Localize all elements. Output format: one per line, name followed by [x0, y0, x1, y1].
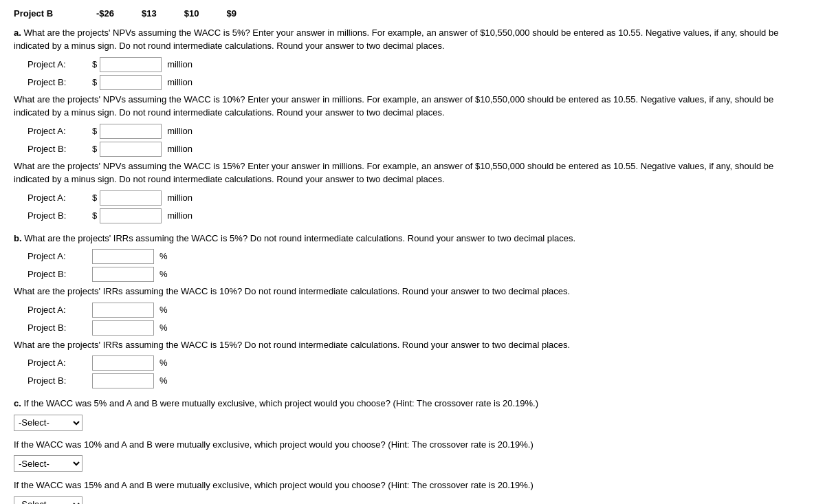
irr-wacc15-project-a-row: Project A: % [28, 355, 811, 371]
part-b-wacc5-question: b. What are the projects' IRRs assuming … [14, 232, 811, 245]
irr-wacc10-project-a-input[interactable] [92, 303, 154, 318]
npv-wacc15-project-a-row: Project A: $ million [28, 190, 811, 206]
npv-wacc10-project-a-label: Project A: [28, 124, 89, 138]
part-c-wacc5-select-row: -Select- Project A Project B [14, 415, 811, 431]
npv-wacc5-project-b-unit: million [167, 76, 192, 89]
part-c-section: c. If the WACC was 5% and A and B were m… [14, 397, 811, 504]
header-col4: $10 [184, 7, 199, 21]
irr-wacc5-project-b-row: Project B: % [28, 267, 811, 282]
npv-wacc5-project-a-unit: million [167, 58, 192, 72]
part-c-label: c. If the WACC was 5% and A and B were m… [14, 398, 538, 408]
part-c-wacc15-question: If the WACC was 15% and A and B were mut… [14, 479, 811, 492]
irr-wacc5-project-b-label: Project B: [28, 267, 89, 281]
irr-wacc15-project-b-row: Project B: % [28, 373, 811, 388]
npv-wacc15-project-b-row: Project B: $ million [28, 208, 811, 223]
part-c-wacc15-select-row: -Select- Project A Project B [14, 496, 811, 505]
npv-wacc15-project-a-unit: million [167, 191, 192, 205]
part-b-wacc15-question: What are the projects' IRRs assuming the… [14, 338, 811, 352]
irr-wacc15-project-a-label: Project A: [28, 356, 89, 370]
irr-wacc5-project-a-input[interactable] [92, 249, 154, 264]
irr-wacc10-project-b-label: Project B: [28, 321, 89, 335]
irr-wacc5-project-b-input[interactable] [92, 267, 154, 282]
irr-wacc5-project-a-label: Project A: [28, 250, 89, 263]
part-c-wacc10-question: If the WACC was 10% and A and B were mut… [14, 438, 811, 452]
npv-wacc5-project-b-label: Project B: [28, 76, 89, 89]
npv-wacc5-project-b-input[interactable] [100, 75, 162, 90]
npv-wacc10-project-a-input[interactable] [100, 124, 162, 139]
npv-wacc10-project-b-unit: million [167, 142, 192, 156]
irr-wacc5-project-a-row: Project A: % [28, 249, 811, 264]
npv-wacc10-project-b-currency: $ [92, 142, 97, 156]
npv-wacc10-project-a-unit: million [167, 124, 192, 138]
irr-wacc5-project-a-unit: % [160, 250, 168, 263]
part-c-wacc10-select-row: -Select- Project A Project B [14, 455, 811, 472]
npv-wacc15-project-b-label: Project B: [28, 209, 89, 223]
npv-wacc10-project-a-currency: $ [92, 124, 97, 138]
irr-wacc15-project-b-label: Project B: [28, 374, 89, 388]
part-a-wacc5-question: a. What are the projects' NPVs assuming … [14, 26, 811, 53]
irr-wacc5-project-b-unit: % [160, 267, 168, 281]
npv-wacc10-project-b-label: Project B: [28, 142, 89, 156]
part-b-section: b. What are the projects' IRRs assuming … [14, 232, 811, 389]
irr-wacc10-project-b-unit: % [160, 321, 168, 335]
part-c-wacc10-select[interactable]: -Select- Project A Project B [14, 455, 82, 472]
npv-wacc15-project-a-input[interactable] [100, 190, 162, 206]
npv-wacc10-project-a-row: Project A: $ million [28, 124, 811, 139]
irr-wacc10-project-a-unit: % [160, 303, 168, 317]
npv-wacc15-project-a-label: Project A: [28, 191, 89, 205]
npv-wacc5-project-b-row: Project B: $ million [28, 75, 811, 90]
header-col3: $13 [142, 7, 157, 21]
part-b-wacc10-question: What are the projects' IRRs assuming the… [14, 285, 811, 298]
part-a-wacc15-question: What are the projects' NPVs assuming the… [14, 160, 811, 186]
npv-wacc5-project-a-row: Project A: $ million [28, 57, 811, 72]
irr-wacc10-project-a-label: Project A: [28, 303, 89, 317]
header-row: Project B -$26 $13 $10 $9 [14, 7, 811, 21]
irr-wacc10-project-b-input[interactable] [92, 320, 154, 336]
irr-wacc15-project-b-unit: % [160, 374, 168, 388]
part-c-wacc5-question: c. If the WACC was 5% and A and B were m… [14, 397, 811, 410]
npv-wacc10-project-b-row: Project B: $ million [28, 142, 811, 157]
part-a-section: a. What are the projects' NPVs assuming … [14, 26, 811, 223]
npv-wacc15-project-b-unit: million [167, 209, 192, 223]
irr-wacc15-project-b-input[interactable] [92, 373, 154, 388]
part-b-label: b. What are the projects' IRRs assuming … [14, 233, 575, 243]
irr-wacc10-project-a-row: Project A: % [28, 303, 811, 318]
part-c-wacc5-select[interactable]: -Select- Project A Project B [14, 415, 82, 431]
npv-wacc5-project-a-currency: $ [92, 58, 97, 72]
npv-wacc10-project-b-input[interactable] [100, 142, 162, 157]
header-col2: -$26 [96, 7, 114, 21]
npv-wacc15-project-b-input[interactable] [100, 208, 162, 223]
irr-wacc10-project-b-row: Project B: % [28, 320, 811, 336]
part-a-wacc10-question: What are the projects' NPVs assuming the… [14, 93, 811, 120]
header-col5: $9 [226, 7, 236, 21]
npv-wacc15-project-a-currency: $ [92, 191, 97, 205]
npv-wacc5-project-a-input[interactable] [100, 57, 162, 72]
part-c-wacc15-select[interactable]: -Select- Project A Project B [14, 496, 82, 505]
npv-wacc5-project-b-currency: $ [92, 76, 97, 89]
header-col1: Project B [14, 7, 69, 21]
part-a-label: a. What are the projects' NPVs assuming … [14, 28, 778, 52]
irr-wacc15-project-a-input[interactable] [92, 355, 154, 371]
irr-wacc15-project-a-unit: % [160, 356, 168, 370]
npv-wacc5-project-a-label: Project A: [28, 58, 89, 72]
npv-wacc15-project-b-currency: $ [92, 209, 97, 223]
